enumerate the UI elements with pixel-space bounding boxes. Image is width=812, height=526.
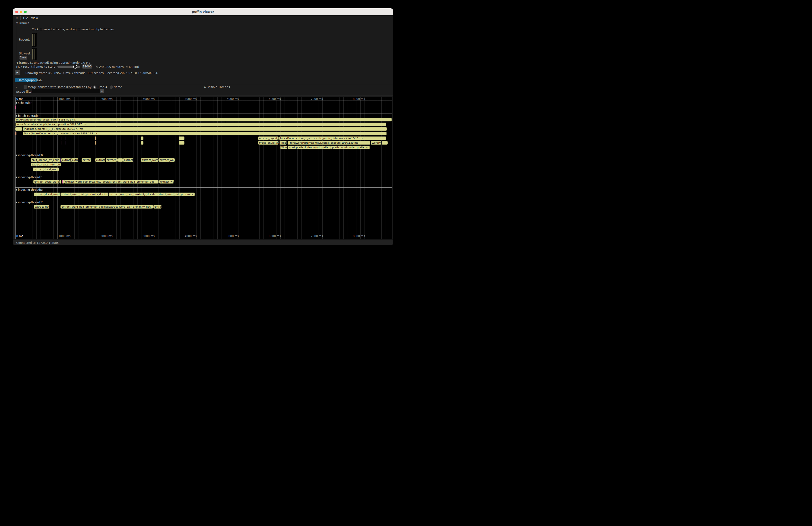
scope-bar[interactable] [95, 141, 97, 145]
thread-label-scheduler[interactable]: ▼ scheduler [16, 101, 32, 104]
scope-bar[interactable] [61, 136, 61, 140]
scope-bar[interactable] [95, 136, 97, 140]
axis-tick-label: 1000 ms [58, 234, 70, 238]
scope-bar[interactable]: extract [61, 158, 71, 162]
frames-section-header[interactable]: ▼ Frames [16, 21, 29, 25]
scope-bar[interactable] [60, 180, 61, 184]
frames-hint: Click to select a frame, or drag to sele… [32, 28, 115, 31]
scope-bar[interactable] [60, 158, 61, 162]
status-bar: Connected to 127.0.0.1:8585 [13, 239, 393, 245]
visible-threads-header[interactable]: ▶ Visible Threads [204, 85, 230, 89]
scope-bar[interactable]: prefix_word::index_prefix_wo [331, 146, 369, 149]
scope-bar[interactable]: index [280, 141, 287, 145]
sort-time-label[interactable]: Time [97, 85, 104, 89]
slowest-frame-thumbnail[interactable] [32, 48, 37, 60]
scope-bar[interactable]: WordPr [371, 141, 381, 145]
merge-children-checkbox[interactable] [24, 86, 27, 88]
scope-bar[interactable]: IndexScheduler>::apply_index_operation 8… [16, 122, 386, 126]
frame-mini-bar [34, 49, 35, 60]
scope-bar[interactable] [279, 141, 279, 145]
tab-flamegraph[interactable]: Flamegraph [15, 78, 37, 82]
scope-bar[interactable]: extract_word_pair_proximity_docids::extr… [60, 205, 153, 208]
scope-bar[interactable]: extract_wo [159, 158, 175, 162]
thread-label-indexing-thread:1[interactable]: ▼ indexing-thread:1 [16, 176, 43, 179]
scope-bar[interactable]: IndexDocuments<_, _>::execute 8656.677 m… [23, 127, 387, 131]
scope-bar[interactable]: extract_word_pair_proximity_docids::extr… [64, 180, 159, 184]
scope-bar[interactable] [15, 127, 22, 131]
scope-bar[interactable] [287, 141, 287, 145]
thread-label-indexing-thread:3[interactable]: ▼ indexing-thread:3 [16, 188, 43, 191]
menu-item-view[interactable]: View [31, 16, 38, 20]
theme-toggle-icon[interactable]: ☀ [16, 16, 18, 20]
controls-divider [23, 85, 24, 88]
scope-bar[interactable]: Word [280, 146, 287, 149]
scope-bar[interactable]: extract_word_pair_proximity_docids [61, 192, 108, 196]
scope-bar[interactable]: extrac [82, 158, 91, 162]
scope-bar[interactable]: extract_wo [159, 180, 174, 184]
play-divider [22, 70, 22, 75]
recent-frame-thumbnail[interactable] [32, 33, 37, 47]
scope-filter-input[interactable] [32, 89, 101, 93]
scope-bar[interactable] [382, 141, 388, 145]
scope-bar[interactable] [179, 136, 185, 140]
scope-filter-label: Scope filter: [16, 90, 33, 93]
scope-bar[interactable]: extract_ [95, 158, 105, 162]
scope-bar[interactable] [49, 205, 50, 208]
scope-bar[interactable]: extract_ [106, 158, 118, 162]
scope-bar[interactable]: extract::data_from_ob [31, 163, 61, 166]
scope-bar[interactable]: extract_doc [34, 205, 49, 208]
menu-bar: ☀ File View [13, 15, 393, 21]
max-frames-value[interactable]: 18000 [82, 64, 92, 69]
axis-tick-label: 7000 ms [311, 234, 323, 238]
sort-direction-arrow-icon[interactable]: ⬇ [105, 85, 107, 89]
clear-button[interactable]: Clear [19, 56, 27, 60]
axis-tick-label: 5000 ms [227, 97, 239, 101]
scope-bar[interactable] [15, 132, 16, 135]
scope-bar[interactable]: receive_typed_ [258, 136, 278, 140]
scope-bar[interactable]: extrac [154, 205, 161, 208]
scope-bar[interactable]: extract_word [141, 158, 159, 162]
help-button[interactable]: ? [16, 85, 17, 89]
max-frames-slider-knob[interactable] [73, 65, 77, 69]
scope-bar[interactable] [62, 180, 63, 184]
collapse-triangle-icon: ▼ [16, 176, 18, 178]
scope-bar[interactable] [179, 141, 185, 145]
scope-bar[interactable]: extract_docid_wor [33, 167, 59, 171]
scope-bar[interactable]: extra [71, 158, 78, 162]
tab-stats[interactable]: Stats [35, 78, 43, 82]
scope-bar[interactable]: PrefixWordPairsProximityDocids::execute … [288, 141, 370, 145]
scope-bar[interactable] [141, 136, 143, 140]
scope-bar[interactable] [118, 158, 123, 162]
scope-bar[interactable] [66, 136, 66, 140]
frame-mini-bar [32, 34, 33, 46]
scope-bar[interactable]: extract_docid_word [33, 180, 60, 184]
scope-bar[interactable]: word_prefix::index_word_prefix_ [288, 146, 331, 149]
sort-time-radio[interactable] [93, 86, 97, 89]
scope-bar[interactable]: Trans [23, 132, 31, 135]
scope-bar[interactable] [141, 141, 143, 145]
scope-bar[interactable]: IndexScheduler>::process_batch 8953.821 … [15, 118, 392, 121]
scope-bar[interactable]: typed_chunk::w [258, 141, 278, 145]
scope-bar[interactable] [66, 141, 66, 145]
scope-bar[interactable]: IndexDocuments<_, _>::execute_prefix_dat… [279, 136, 386, 140]
scope-bar[interactable]: extract_word_pair_proximity_docids::extr… [109, 192, 195, 196]
flamegraph-canvas[interactable]: 0 ms0 ms1000 ms1000 ms2000 ms2000 ms3000… [15, 97, 392, 239]
merge-children-label[interactable]: Merge children with same ID [28, 85, 69, 89]
scope-bar[interactable]: extract_docid_word [34, 192, 60, 196]
scope-bar[interactable] [15, 105, 16, 109]
scope-bar[interactable]: IndexDocuments<_, _>::execute_raw 8459.1… [31, 132, 387, 135]
thread-label-indexing-thread:0[interactable]: ▼ indexing-thread:0 [16, 154, 43, 157]
sort-name-radio[interactable] [110, 86, 113, 89]
scope-bar[interactable] [61, 141, 61, 145]
play-button[interactable]: ▶ [15, 70, 20, 75]
collapse-triangle-icon: ▼ [16, 201, 18, 203]
menu-item-file[interactable]: File [23, 16, 28, 20]
max-frames-label: Max recent frames to store: [16, 65, 57, 68]
scope-filter-clear-button[interactable]: x [100, 89, 104, 93]
scope-bar[interactable] [63, 180, 64, 184]
thread-label-indexing-thread:2[interactable]: ▼ indexing-thread:2 [16, 201, 43, 204]
thread-label-batch-operation[interactable]: ▼ batch-operation [16, 114, 40, 117]
scope-bar[interactable]: split_grenad_by_chun [31, 158, 60, 162]
scope-bar[interactable]: extract [123, 158, 133, 162]
sort-name-label[interactable]: Name [114, 85, 122, 89]
